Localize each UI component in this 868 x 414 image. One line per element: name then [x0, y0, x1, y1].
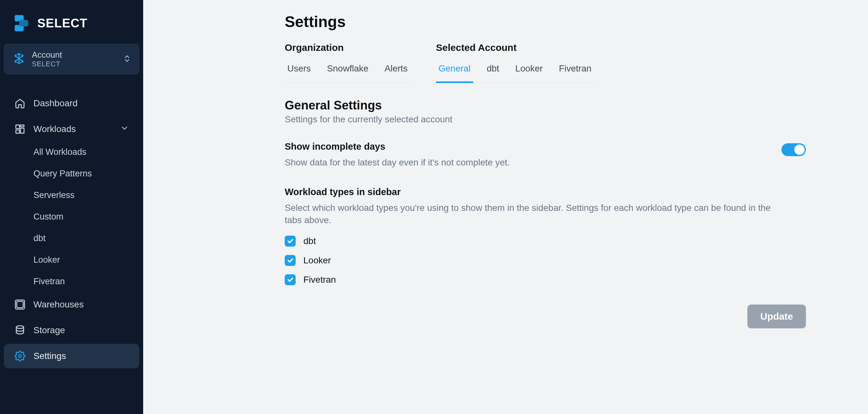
toggle-show-incomplete-days[interactable]: [781, 143, 806, 156]
svg-rect-5: [20, 128, 24, 133]
checkbox-label-fivetran: Fivetran: [303, 275, 336, 285]
tab-group-organization: Organization Users Snowflake Alerts: [285, 42, 410, 83]
checkbox-fivetran[interactable]: [285, 274, 296, 285]
sidebar-subitem-query-patterns[interactable]: Query Patterns: [16, 164, 139, 183]
tab-general[interactable]: General: [436, 60, 473, 83]
setting-show-incomplete-days-desc: Show data for the latest day even if it'…: [285, 156, 510, 169]
sidebar-item-workloads[interactable]: Workloads: [4, 117, 139, 141]
sidebar-item-label: Dashboard: [33, 98, 78, 109]
sidebar-subitem-fivetran[interactable]: Fivetran: [16, 272, 139, 291]
tab-group-organization-label: Organization: [285, 42, 410, 53]
svg-point-9: [17, 326, 24, 329]
tab-snowflake[interactable]: Snowflake: [324, 60, 371, 83]
chevron-down-icon: [120, 124, 129, 135]
brand-logo-icon: [13, 14, 31, 32]
chevron-updown-icon: [123, 54, 131, 64]
checkbox-row-looker: Looker: [285, 255, 806, 266]
account-switcher-text: Account SELECT: [32, 50, 62, 68]
sidebar-item-warehouses[interactable]: Warehouses: [4, 292, 139, 317]
svg-rect-4: [20, 125, 24, 127]
storage-icon: [14, 325, 26, 336]
nav: Dashboard Workloads All Workloads Query …: [0, 91, 143, 368]
account-switcher-label: Account: [32, 50, 62, 60]
home-icon: [14, 97, 26, 109]
tab-group-selected-account: Selected Account General dbt Looker Five…: [436, 42, 594, 83]
main-content: Settings Organization Users Snowflake Al…: [143, 0, 868, 414]
tab-fivetran[interactable]: Fivetran: [556, 60, 594, 83]
tab-looker[interactable]: Looker: [513, 60, 546, 83]
sidebar-item-label: Settings: [33, 351, 66, 361]
tab-users[interactable]: Users: [285, 60, 313, 83]
sidebar-subitem-custom[interactable]: Custom: [16, 207, 139, 226]
page-title: Settings: [285, 13, 806, 31]
checkbox-dbt[interactable]: [285, 236, 296, 246]
section-subtext: Settings for the currently selected acco…: [285, 114, 806, 125]
setting-show-incomplete-days-label: Show incomplete days: [285, 141, 510, 152]
section-heading: General Settings: [285, 98, 806, 112]
warehouse-icon: [14, 299, 26, 310]
tab-dbt[interactable]: dbt: [484, 60, 502, 83]
svg-rect-6: [16, 130, 19, 133]
toggle-knob: [794, 145, 805, 155]
sidebar-subitem-all-workloads[interactable]: All Workloads: [16, 143, 139, 161]
gear-icon: [14, 350, 26, 362]
sidebar-item-label: Warehouses: [33, 299, 84, 310]
setting-workload-types-desc: Select which workload types you're using…: [285, 202, 774, 226]
setting-workload-types-label: Workload types in sidebar: [285, 187, 806, 197]
checkbox-row-fivetran: Fivetran: [285, 274, 806, 285]
svg-rect-7: [17, 301, 23, 308]
checkbox-looker[interactable]: [285, 255, 296, 266]
sidebar: SELECT Account SELECT Dashboard: [0, 0, 143, 414]
update-button[interactable]: Update: [747, 304, 806, 328]
sidebar-item-settings[interactable]: Settings: [4, 344, 139, 368]
sidebar-item-dashboard[interactable]: Dashboard: [4, 91, 139, 116]
workloads-icon: [14, 123, 26, 135]
sidebar-item-label: Workloads: [33, 124, 76, 134]
tab-groups: Organization Users Snowflake Alerts Sele…: [285, 42, 806, 83]
svg-point-10: [19, 355, 22, 358]
snowflake-icon: [12, 52, 25, 66]
sidebar-workloads-subitems: All Workloads Query Patterns Serverless …: [4, 143, 139, 291]
account-switcher-name: SELECT: [32, 60, 62, 68]
workload-types-checkbox-list: dbt Looker Fivetran: [285, 236, 806, 285]
tab-group-selected-account-label: Selected Account: [436, 42, 594, 53]
sidebar-subitem-serverless[interactable]: Serverless: [16, 186, 139, 205]
checkbox-label-looker: Looker: [303, 255, 331, 266]
svg-rect-3: [16, 125, 19, 128]
tab-alerts[interactable]: Alerts: [382, 60, 410, 83]
setting-show-incomplete-days: Show incomplete days Show data for the l…: [285, 141, 806, 169]
svg-rect-2: [19, 20, 28, 26]
brand-name: SELECT: [37, 17, 88, 30]
sidebar-item-storage[interactable]: Storage: [4, 318, 139, 343]
brand[interactable]: SELECT: [0, 10, 143, 40]
setting-workload-types: Workload types in sidebar Select which w…: [285, 187, 806, 286]
checkbox-label-dbt: dbt: [303, 236, 316, 246]
checkbox-row-dbt: dbt: [285, 236, 806, 246]
sidebar-subitem-looker[interactable]: Looker: [16, 250, 139, 269]
sidebar-item-label: Storage: [33, 325, 65, 335]
update-row: Update: [285, 304, 806, 328]
account-switcher[interactable]: Account SELECT: [4, 44, 139, 75]
sidebar-subitem-dbt[interactable]: dbt: [16, 229, 139, 248]
